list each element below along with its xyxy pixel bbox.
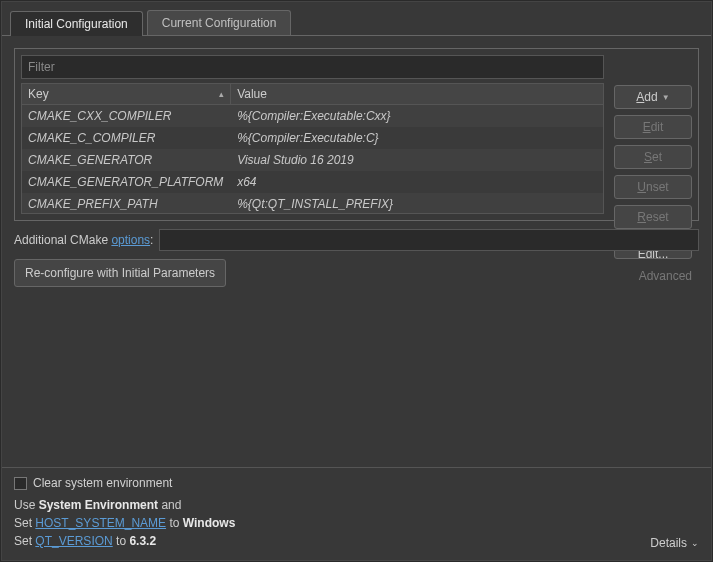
config-tabs: Initial Configuration Current Configurat…: [2, 2, 711, 36]
table-row[interactable]: CMAKE_PREFIX_PATH%{Qt:QT_INSTALL_PREFIX}: [22, 193, 603, 213]
cell-key: CMAKE_CXX_COMPILER: [22, 109, 231, 123]
config-box: Key ▴ Value CMAKE_CXX_COMPILER%{Compiler…: [14, 48, 699, 221]
add-button[interactable]: Add ▼: [614, 85, 692, 109]
advanced-label[interactable]: Advanced: [614, 269, 692, 283]
qt-version-link[interactable]: QT_VERSION: [35, 534, 112, 548]
cell-key: CMAKE_C_COMPILER: [22, 131, 231, 145]
details-button[interactable]: Details ⌄: [650, 536, 699, 550]
options-link[interactable]: options: [111, 233, 150, 247]
column-header-key[interactable]: Key ▴: [22, 84, 231, 104]
tab-initial-configuration[interactable]: Initial Configuration: [10, 11, 143, 36]
cell-value: x64: [231, 175, 603, 189]
reset-button[interactable]: Reset: [614, 205, 692, 229]
sort-asc-icon: ▴: [219, 89, 224, 99]
config-table: Key ▴ Value CMAKE_CXX_COMPILER%{Compiler…: [21, 83, 604, 214]
host-system-name-link[interactable]: HOST_SYSTEM_NAME: [35, 516, 166, 530]
unset-button[interactable]: Unset: [614, 175, 692, 199]
clear-env-label: Clear system environment: [33, 476, 172, 490]
chevron-down-icon: ⌄: [691, 538, 699, 548]
table-row[interactable]: CMAKE_GENERATOR_PLATFORMx64: [22, 171, 603, 193]
environment-summary: Use System Environment and Set HOST_SYST…: [14, 496, 235, 550]
table-row[interactable]: CMAKE_CXX_COMPILER%{Compiler:Executable:…: [22, 105, 603, 127]
reconfigure-button[interactable]: Re-configure with Initial Parameters: [14, 259, 226, 287]
edit-button[interactable]: Edit: [614, 115, 692, 139]
column-header-value[interactable]: Value: [231, 84, 603, 104]
cell-value: %{Qt:QT_INSTALL_PREFIX}: [231, 197, 603, 211]
divider: [2, 467, 711, 468]
cell-value: %{Compiler:Executable:C}: [231, 131, 603, 145]
cell-key: CMAKE_PREFIX_PATH: [22, 197, 231, 211]
chevron-down-icon: ▼: [662, 93, 670, 102]
clear-env-checkbox[interactable]: [14, 477, 27, 490]
cell-value: %{Compiler:Executable:Cxx}: [231, 109, 603, 123]
additional-options-input[interactable]: [159, 229, 699, 251]
set-button[interactable]: Set: [614, 145, 692, 169]
table-row[interactable]: CMAKE_C_COMPILER%{Compiler:Executable:C}: [22, 127, 603, 149]
cell-key: CMAKE_GENERATOR: [22, 153, 231, 167]
cell-value: Visual Studio 16 2019: [231, 153, 603, 167]
additional-options-label: Additional CMake options:: [14, 233, 153, 247]
tab-current-configuration[interactable]: Current Configuration: [147, 10, 292, 35]
table-row[interactable]: CMAKE_GENERATORVisual Studio 16 2019: [22, 149, 603, 171]
filter-input[interactable]: [21, 55, 604, 79]
cell-key: CMAKE_GENERATOR_PLATFORM: [22, 175, 231, 189]
